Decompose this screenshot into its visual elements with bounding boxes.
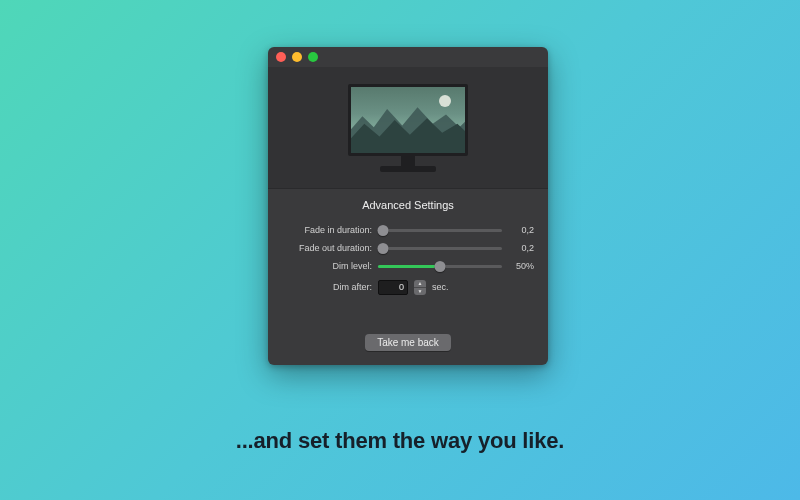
fade-out-label: Fade out duration:	[282, 243, 372, 253]
minimize-icon[interactable]	[292, 52, 302, 62]
dim-level-slider[interactable]	[378, 259, 502, 273]
dim-level-value: 50%	[508, 261, 534, 271]
titlebar	[268, 47, 548, 67]
settings-title: Advanced Settings	[282, 199, 534, 211]
fade-in-label: Fade in duration:	[282, 225, 372, 235]
hero-panel	[268, 67, 548, 189]
fade-out-slider[interactable]	[378, 241, 502, 255]
zoom-icon[interactable]	[308, 52, 318, 62]
dim-after-row: Dim after: ▲ ▼ sec.	[282, 277, 534, 297]
fade-in-value: 0,2	[508, 225, 534, 235]
settings-panel: Advanced Settings Fade in duration: 0,2 …	[268, 189, 548, 365]
dim-after-stepper[interactable]: ▲ ▼	[414, 280, 426, 295]
fade-in-slider[interactable]	[378, 223, 502, 237]
marketing-caption: ...and set them the way you like.	[0, 428, 800, 454]
fade-in-row: Fade in duration: 0,2	[282, 221, 534, 239]
dim-after-unit: sec.	[432, 282, 449, 292]
dim-after-input[interactable]	[378, 280, 408, 295]
preferences-window: Advanced Settings Fade in duration: 0,2 …	[268, 47, 548, 365]
chevron-down-icon[interactable]: ▼	[414, 288, 426, 295]
settings-footer: Take me back	[282, 334, 534, 353]
dim-after-label: Dim after:	[282, 282, 372, 292]
fade-out-row: Fade out duration: 0,2	[282, 239, 534, 257]
fade-out-value: 0,2	[508, 243, 534, 253]
take-me-back-button[interactable]: Take me back	[365, 334, 451, 351]
close-icon[interactable]	[276, 52, 286, 62]
dim-level-row: Dim level: 50%	[282, 257, 534, 275]
chevron-up-icon[interactable]: ▲	[414, 280, 426, 288]
monitor-wallpaper-icon	[348, 84, 468, 172]
dim-level-label: Dim level:	[282, 261, 372, 271]
